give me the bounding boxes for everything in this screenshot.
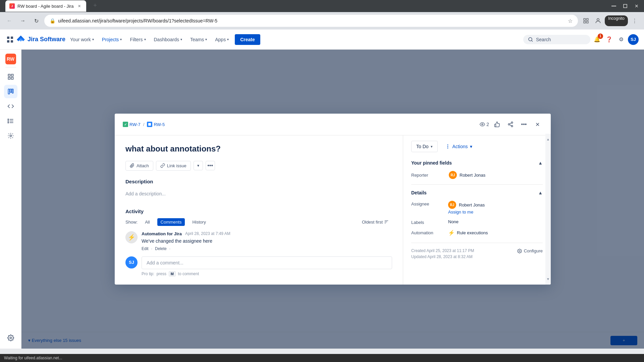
- comment-item: ⚡ Automation for Jira April 28, 2023 at …: [125, 231, 392, 251]
- sidebar-releases-icon[interactable]: [4, 129, 17, 142]
- more-actions-chevron[interactable]: ▾: [194, 161, 203, 170]
- svg-rect-3: [587, 18, 588, 20]
- sidebar-list-icon[interactable]: [4, 114, 17, 128]
- svg-rect-5: [587, 21, 588, 23]
- jira-brand[interactable]: Jira Software: [16, 35, 65, 44]
- nav-teams[interactable]: Teams ▾: [187, 35, 210, 44]
- svg-point-11: [529, 38, 532, 41]
- activity-filter: Show: All Comments History Oldest first: [125, 218, 392, 226]
- svg-line-12: [532, 41, 533, 42]
- project-icon[interactable]: RW: [5, 54, 16, 64]
- svg-point-32: [511, 125, 513, 127]
- scroll-up-arrow[interactable]: ▲: [545, 135, 551, 143]
- add-comment-input[interactable]: Add a comment...: [142, 256, 392, 269]
- sort-button[interactable]: Oldest first: [359, 218, 392, 226]
- notifications-button[interactable]: 🔔 1: [592, 34, 602, 45]
- chevron-down-icon: ▾: [227, 38, 229, 41]
- assignee-label: Assignee: [411, 201, 448, 206]
- tab-title: RW board - Agile board - Jira: [17, 4, 73, 9]
- svg-point-30: [511, 122, 513, 124]
- labels-value: None: [448, 219, 543, 224]
- modal-right-panel: To Do ▾ Actions ▾: [403, 135, 551, 284]
- labels-field-row: Labels None: [411, 219, 543, 225]
- watch-count[interactable]: 2: [480, 122, 489, 127]
- breadcrumb-parent[interactable]: ✓ RW-7: [123, 122, 141, 127]
- incognito-badge[interactable]: Incognito: [605, 15, 628, 26]
- actions-label: Actions: [452, 144, 468, 149]
- svg-rect-14: [11, 74, 13, 76]
- extensions-button[interactable]: [581, 15, 591, 26]
- browser-menu-button[interactable]: ⋮: [629, 15, 640, 26]
- sidebar-settings-icon[interactable]: [4, 331, 17, 345]
- svg-line-34: [509, 123, 511, 124]
- minimize-button[interactable]: [609, 1, 619, 11]
- filter-all-button[interactable]: All: [142, 218, 153, 226]
- jira-brand-label: Jira Software: [28, 36, 65, 43]
- forward-button[interactable]: →: [17, 15, 28, 26]
- current-user-avatar: SJ: [125, 256, 138, 268]
- issue-title: what about annotations?: [125, 143, 392, 154]
- reporter-field-row: Reporter RJ Robert Jonas: [411, 171, 543, 179]
- collapse-pinned-icon[interactable]: ▲: [538, 160, 543, 166]
- back-button[interactable]: ←: [4, 15, 15, 26]
- url-bar[interactable]: 🔒 uifeed.atlassian.net/jira/software/pro…: [44, 15, 578, 27]
- tab-close-button[interactable]: ✕: [76, 3, 82, 9]
- scroll-down-arrow[interactable]: ▼: [545, 275, 551, 283]
- nav-your-work[interactable]: Your work ▾: [67, 35, 97, 44]
- bookmark-icon[interactable]: ☆: [568, 18, 573, 24]
- profile-button[interactable]: [593, 15, 603, 26]
- close-button[interactable]: ✕: [632, 1, 641, 11]
- comment-dot: ·: [151, 246, 152, 251]
- nav-apps[interactable]: Apps ▾: [212, 35, 232, 44]
- link-issue-button[interactable]: Link issue: [156, 161, 191, 171]
- nav-dashboards[interactable]: Dashboards ▾: [151, 35, 186, 44]
- edit-comment-link[interactable]: Edit: [142, 246, 149, 251]
- attach-button[interactable]: Attach: [125, 161, 153, 171]
- add-comment-placeholder: Add a comment...: [147, 260, 183, 265]
- description-placeholder[interactable]: Add a description...: [125, 188, 392, 199]
- sidebar-plan-icon[interactable]: [4, 70, 17, 83]
- svg-rect-9: [7, 40, 9, 43]
- filter-comments-button[interactable]: Comments: [157, 218, 185, 226]
- tab-favicon: J: [9, 3, 15, 9]
- svg-point-29: [482, 124, 483, 125]
- lightning-icon: ⚡: [448, 230, 455, 236]
- user-avatar[interactable]: SJ: [628, 34, 639, 45]
- chevron-down-icon: ▾: [144, 38, 146, 41]
- new-tab-button[interactable]: +: [90, 1, 100, 10]
- filter-history-button[interactable]: History: [189, 218, 209, 226]
- svg-rect-4: [584, 21, 586, 23]
- nav-filters[interactable]: Filters ▾: [126, 35, 149, 44]
- configure-button[interactable]: Configure: [517, 248, 543, 253]
- status-button[interactable]: To Do ▾: [411, 141, 438, 152]
- svg-rect-8: [11, 37, 13, 39]
- browser-tab[interactable]: J RW board - Agile board - Jira ✕: [5, 0, 86, 12]
- svg-rect-0: [611, 6, 616, 6]
- actions-dropdown-button[interactable]: Actions ▾: [440, 141, 477, 152]
- modal-left-panel: what about annotations? Attach Link issu…: [115, 135, 403, 284]
- search-bar[interactable]: Search: [523, 35, 590, 44]
- apps-grid-button[interactable]: [5, 35, 15, 44]
- pinned-fields-header: Your pinned fields ▲: [411, 160, 543, 166]
- assign-to-me-link[interactable]: Assign to me: [448, 209, 543, 215]
- settings-button[interactable]: ⚙: [616, 34, 627, 45]
- modal-overlay[interactable]: ✓ RW-7 / RW-5: [21, 50, 644, 349]
- reload-button[interactable]: ↻: [31, 15, 42, 26]
- delete-comment-link[interactable]: Delete: [155, 246, 167, 251]
- sidebar-board-icon[interactable]: [4, 85, 17, 98]
- restore-button[interactable]: [621, 1, 630, 11]
- more-options-button[interactable]: •••: [519, 119, 529, 130]
- help-button[interactable]: ❓: [604, 34, 614, 45]
- comment-actions: Edit · Delete ·: [142, 246, 392, 251]
- create-button[interactable]: Create: [235, 34, 260, 45]
- sidebar-code-icon[interactable]: [4, 100, 17, 113]
- like-button[interactable]: [492, 119, 502, 130]
- close-modal-button[interactable]: ✕: [532, 119, 543, 130]
- svg-point-23: [8, 119, 9, 120]
- nav-projects[interactable]: Projects ▾: [99, 35, 125, 44]
- collapse-details-icon[interactable]: ▲: [538, 190, 543, 195]
- breadcrumb-child[interactable]: RW-5: [147, 122, 165, 127]
- more-actions-button[interactable]: •••: [206, 161, 215, 170]
- share-button[interactable]: [505, 119, 516, 130]
- status-chevron-icon: ▾: [431, 144, 433, 149]
